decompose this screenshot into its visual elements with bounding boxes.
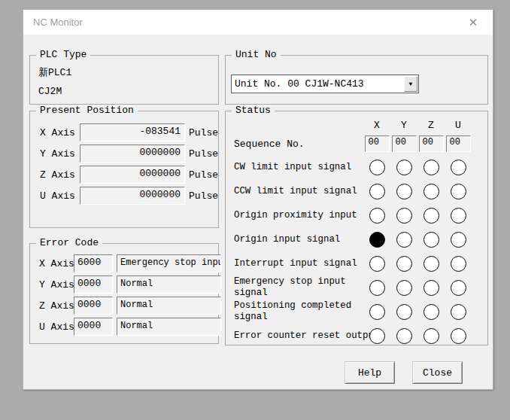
help-button[interactable]: Help — [345, 361, 395, 384]
axis-label: X Axis — [39, 258, 74, 269]
plc-model: CJ2M — [38, 86, 62, 97]
status-indicator — [451, 280, 466, 296]
status-indicator — [423, 208, 439, 224]
error-code-value-y: 0000 — [74, 275, 113, 294]
unit-label: Pulse — [189, 190, 218, 202]
status-indicator — [396, 280, 412, 296]
error-code-value-u: 0000 — [74, 318, 113, 336]
error-code-value-x: 6000 — [74, 254, 113, 272]
status-indicator — [451, 184, 466, 199]
plc-type-group: PLC Type 新PLC1 CJ2M — [29, 55, 219, 105]
status-indicator — [451, 160, 466, 175]
error-desc-x: Emergency stop inpu — [117, 254, 221, 272]
status-indicator — [423, 280, 439, 296]
chevron-down-icon: ▼ — [409, 81, 413, 87]
position-row-y: Y Axis 0000000 Pulse — [30, 143, 218, 164]
column-header-y: Y — [390, 113, 417, 132]
nc-monitor-dialog: NC Monitor ✕ PLC Type 新PLC1 CJ2M Unit No… — [23, 9, 493, 390]
status-indicator — [369, 304, 385, 320]
close-button[interactable]: Close — [412, 361, 463, 384]
status-indicator — [396, 304, 412, 320]
status-indicator — [396, 184, 412, 199]
error-code-group: Error Code X Axis 6000 Emergency stop in… — [29, 243, 219, 344]
status-indicator — [369, 208, 385, 224]
error-desc-u: Normal — [117, 318, 221, 336]
sequence-label: Sequence No. — [234, 138, 305, 150]
signal-label: Emergency stop input signal — [234, 276, 346, 299]
column-header-z: Z — [417, 113, 445, 132]
status-indicator — [423, 232, 439, 248]
axis-label: Z Axis — [39, 300, 74, 312]
status-indicator — [451, 208, 466, 224]
status-indicator — [423, 304, 439, 320]
status-indicator — [396, 256, 412, 272]
error-row-u: U Axis 0000 Normal — [30, 316, 218, 337]
titlebar: NC Monitor ✕ — [23, 10, 493, 35]
axis-label: Z Axis — [40, 169, 75, 181]
dropdown-button[interactable]: ▼ — [404, 76, 417, 92]
position-row-z: Z Axis 0000000 Pulse — [30, 164, 218, 185]
status-indicator — [396, 328, 412, 344]
status-indicator — [451, 256, 466, 272]
column-header-u: U — [445, 113, 472, 132]
error-desc-y: Normal — [117, 275, 221, 294]
status-group: Status X Y Z U Sequence No. 00 00 00 00 … — [225, 111, 488, 345]
position-row-x: X Axis -083541 Pulse — [30, 122, 218, 143]
plc-type-group-label: PLC Type — [36, 49, 90, 61]
error-row-x: X Axis 6000 Emergency stop inpu — [30, 253, 218, 274]
close-icon[interactable]: ✕ — [464, 14, 482, 32]
sequence-value-x: 00 — [365, 135, 390, 152]
status-indicator — [396, 208, 412, 224]
sequence-value-u: 00 — [446, 135, 471, 152]
plc-name: 新PLC1 — [38, 65, 71, 79]
unit-no-group: Unit No Unit No. 00 CJ1W-NC413 ▼ — [225, 55, 488, 105]
axis-label: U Axis — [39, 321, 74, 333]
status-indicator — [423, 328, 439, 344]
status-indicator — [369, 280, 385, 296]
unit-label: Pulse — [189, 169, 218, 181]
error-row-y: Y Axis 0000 Normal — [30, 274, 218, 295]
status-indicator — [369, 256, 385, 272]
error-code-group-label: Error Code — [36, 237, 102, 249]
axis-label: Y Axis — [40, 148, 75, 160]
signal-label: Origin proximity input — [234, 210, 357, 221]
error-code-value-z: 0000 — [74, 297, 113, 315]
unit-no-selected-value: Unit No. 00 CJ1W-NC413 — [232, 78, 404, 90]
axis-label: Y Axis — [39, 279, 74, 291]
column-header-x: X — [363, 113, 390, 132]
status-indicator — [396, 232, 412, 248]
status-indicator — [369, 328, 385, 344]
status-indicator — [423, 184, 439, 199]
status-indicator — [451, 304, 466, 320]
position-value-x: -083541 — [80, 123, 185, 142]
signal-label: Origin input signal — [234, 234, 340, 245]
window-title: NC Monitor — [23, 17, 83, 28]
status-indicator — [369, 184, 385, 199]
axis-label: U Axis — [40, 190, 75, 202]
unit-label: Pulse — [189, 148, 218, 160]
axis-label: X Axis — [40, 127, 75, 138]
status-indicator — [423, 256, 439, 272]
status-indicator — [423, 160, 439, 175]
signal-label: Error counter reset output — [234, 330, 379, 342]
status-indicator — [369, 160, 385, 175]
status-indicator — [396, 160, 412, 175]
status-indicator — [451, 328, 466, 344]
present-position-group-label: Present Position — [36, 105, 138, 117]
error-desc-z: Normal — [117, 297, 221, 315]
position-value-u: 0000000 — [80, 187, 185, 205]
sequence-value-y: 00 — [392, 135, 417, 152]
status-indicator — [369, 232, 385, 248]
unit-no-group-label: Unit No — [232, 49, 281, 61]
signal-label: Positioning completed signal — [234, 300, 351, 323]
present-position-group: Present Position X Axis -083541 Pulse Y … — [29, 111, 219, 228]
position-value-z: 0000000 — [80, 166, 185, 184]
position-value-y: 0000000 — [80, 145, 185, 163]
unit-no-select[interactable]: Unit No. 00 CJ1W-NC413 ▼ — [231, 75, 419, 93]
signal-label: CCW limit input signal — [234, 186, 357, 197]
status-indicator — [451, 232, 466, 248]
unit-label: Pulse — [189, 127, 218, 138]
signal-label: Interrupt input signal — [234, 258, 357, 269]
position-row-u: U Axis 0000000 Pulse — [30, 185, 218, 206]
error-row-z: Z Axis 0000 Normal — [30, 295, 218, 316]
